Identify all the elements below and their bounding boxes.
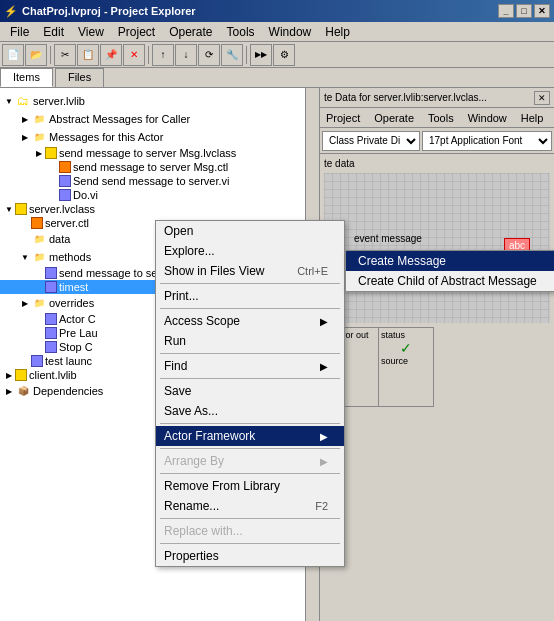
- cm-af-arrow: ▶: [320, 431, 328, 442]
- cm-replace-with: Replace with...: [156, 521, 344, 541]
- cm-print-label: Print...: [164, 289, 199, 303]
- cm-sep-1: [160, 283, 340, 284]
- cm-access-arrow: ▶: [320, 316, 328, 327]
- cm-sep-2: [160, 308, 340, 309]
- actor-framework-submenu: Create Message Create Child of Abstract …: [345, 250, 554, 292]
- cm-access-label: Access Scope: [164, 314, 240, 328]
- cm-sep-6: [160, 448, 340, 449]
- cm-properties-label: Properties: [164, 549, 219, 563]
- cm-sep-4: [160, 378, 340, 379]
- cm-save-as-label: Save As...: [164, 404, 218, 418]
- cm-find-arrow: ▶: [320, 361, 328, 372]
- cm-sep-3: [160, 353, 340, 354]
- cm-show-in-files[interactable]: Show in Files View Ctrl+E: [156, 261, 344, 281]
- cm-arrange-by: Arrange By ▶: [156, 451, 344, 471]
- cm-arrange-label: Arrange By: [164, 454, 224, 468]
- cm-properties[interactable]: Properties: [156, 546, 344, 566]
- sm-create-message[interactable]: Create Message: [346, 251, 554, 271]
- cm-rename[interactable]: Rename... F2: [156, 496, 344, 516]
- cm-open-label: Open: [164, 224, 193, 238]
- cm-explore[interactable]: Explore...: [156, 241, 344, 261]
- cm-run-label: Run: [164, 334, 186, 348]
- cm-af-label: Actor Framework: [164, 429, 255, 443]
- cm-arrange-arrow: ▶: [320, 456, 328, 467]
- cm-sep-8: [160, 518, 340, 519]
- cm-actor-framework[interactable]: Actor Framework ▶: [156, 426, 344, 446]
- sm-create-child[interactable]: Create Child of Abstract Message: [346, 271, 554, 291]
- cm-rename-shortcut: F2: [315, 500, 328, 512]
- cm-sep-5: [160, 423, 340, 424]
- cm-save[interactable]: Save: [156, 381, 344, 401]
- cm-find[interactable]: Find ▶: [156, 356, 344, 376]
- context-menu: Open Explore... Show in Files View Ctrl+…: [155, 220, 345, 567]
- cm-show-shortcut: Ctrl+E: [297, 265, 328, 277]
- cm-run[interactable]: Run: [156, 331, 344, 351]
- cm-find-label: Find: [164, 359, 187, 373]
- cm-remove-from-lib[interactable]: Remove From Library: [156, 476, 344, 496]
- sm-create-message-label: Create Message: [358, 254, 446, 268]
- cm-explore-label: Explore...: [164, 244, 215, 258]
- cm-open[interactable]: Open: [156, 221, 344, 241]
- context-menu-overlay: Open Explore... Show in Files View Ctrl+…: [0, 0, 554, 621]
- cm-save-label: Save: [164, 384, 191, 398]
- cm-save-as[interactable]: Save As...: [156, 401, 344, 421]
- cm-rename-label: Rename...: [164, 499, 219, 513]
- cm-replace-label: Replace with...: [164, 524, 243, 538]
- cm-print[interactable]: Print...: [156, 286, 344, 306]
- cm-remove-label: Remove From Library: [164, 479, 280, 493]
- cm-sep-9: [160, 543, 340, 544]
- cm-access-scope[interactable]: Access Scope ▶: [156, 311, 344, 331]
- sm-create-child-label: Create Child of Abstract Message: [358, 274, 537, 288]
- cm-sep-7: [160, 473, 340, 474]
- cm-show-label: Show in Files View: [164, 264, 265, 278]
